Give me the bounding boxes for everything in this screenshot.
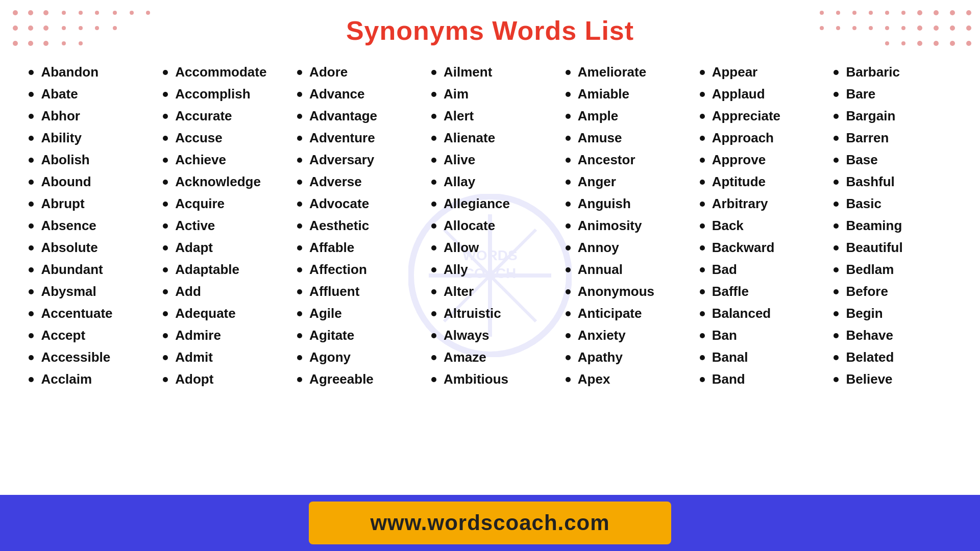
bullet-icon (29, 289, 34, 294)
bullet-icon (431, 333, 436, 338)
svg-point-45 (950, 41, 955, 46)
list-item: Approve (700, 152, 817, 168)
svg-point-27 (917, 10, 922, 15)
bullet-icon (431, 377, 436, 382)
list-item: Adversary (297, 152, 414, 168)
word-label: Annual (578, 262, 623, 278)
list-item: Band (700, 371, 817, 387)
bullet-icon (163, 333, 168, 338)
bullet-icon (29, 158, 34, 163)
bullet-icon (834, 158, 839, 163)
word-label: Bad (712, 262, 737, 278)
list-item: Accurate (163, 108, 280, 124)
bullet-icon (163, 377, 168, 382)
list-item: Applaud (700, 86, 817, 102)
word-column-col1: AbandonAbateAbhorAbilityAbolishAboundAbr… (29, 61, 146, 390)
list-item: Ample (566, 108, 683, 124)
svg-point-18 (43, 41, 48, 46)
word-label: Annoy (578, 240, 619, 256)
svg-point-12 (62, 26, 66, 30)
word-label: Behave (846, 328, 893, 343)
word-label: Ally (444, 262, 468, 278)
list-item: Anguish (566, 196, 683, 212)
word-label: Aptitude (712, 174, 766, 190)
bullet-icon (700, 377, 705, 382)
word-label: Beautiful (846, 240, 902, 256)
word-label: Accurate (175, 108, 232, 124)
bullet-icon (297, 223, 302, 229)
svg-point-17 (28, 41, 33, 46)
bullet-icon (566, 114, 571, 119)
bullet-icon (700, 355, 705, 360)
bullet-icon (834, 136, 839, 141)
list-item: Back (700, 218, 817, 234)
bullet-icon (700, 311, 705, 316)
bullet-icon (566, 333, 571, 338)
word-label: Acknowledge (175, 174, 261, 190)
bullet-icon (431, 158, 436, 163)
word-label: Advance (309, 86, 364, 102)
word-label: Accept (41, 328, 85, 343)
bullet-icon (163, 180, 168, 185)
list-item: Bedlam (834, 262, 951, 278)
list-item: Bargain (834, 108, 951, 124)
bullet-icon (29, 180, 34, 185)
bullet-icon (431, 311, 436, 316)
list-item: Appreciate (700, 108, 817, 124)
svg-point-2 (43, 10, 48, 15)
list-item: Achieve (163, 152, 280, 168)
list-item: Adventure (297, 130, 414, 146)
svg-point-10 (28, 26, 33, 31)
word-label: Ban (712, 328, 737, 343)
bullet-icon (29, 311, 34, 316)
svg-point-29 (950, 10, 955, 15)
bullet-icon (566, 355, 571, 360)
list-item: Barren (834, 130, 951, 146)
list-item: Aesthetic (297, 218, 414, 234)
bullet-icon (297, 245, 302, 251)
bullet-icon (29, 377, 34, 382)
list-item: Beautiful (834, 240, 951, 256)
list-item: Accomplish (163, 86, 280, 102)
bullet-icon (297, 202, 302, 207)
word-label: Back (712, 218, 744, 234)
bullet-icon (566, 245, 571, 251)
svg-point-28 (934, 10, 939, 15)
svg-point-3 (62, 11, 66, 15)
word-label: Allay (444, 174, 475, 190)
word-label: Accessible (41, 349, 110, 365)
bullet-icon (163, 70, 168, 75)
word-label: Alter (444, 284, 474, 299)
svg-point-7 (130, 11, 134, 15)
list-item: Anger (566, 174, 683, 190)
bullet-icon (700, 136, 705, 141)
svg-point-44 (934, 41, 939, 46)
word-column-col7: BarbaricBareBargainBarrenBaseBashfulBasi… (834, 61, 951, 390)
word-label: Applaud (712, 86, 765, 102)
list-item: Aim (431, 86, 549, 102)
svg-point-8 (146, 11, 150, 15)
bullet-icon (29, 92, 34, 97)
word-label: Accentuate (41, 306, 112, 321)
bullet-icon (834, 92, 839, 97)
svg-point-14 (95, 26, 99, 30)
word-label: Accomplish (175, 86, 250, 102)
word-label: Anxiety (578, 328, 626, 343)
word-label: Affable (309, 240, 354, 256)
bullet-icon (566, 136, 571, 141)
word-label: Active (175, 218, 215, 234)
word-label: Ailment (444, 64, 492, 80)
list-item: Adequate (163, 306, 280, 321)
word-label: Banal (712, 349, 748, 365)
list-item: Accentuate (29, 306, 146, 321)
bullet-icon (566, 377, 571, 382)
list-item: Abandon (29, 64, 146, 80)
bullet-icon (431, 355, 436, 360)
svg-point-5 (95, 11, 99, 15)
list-item: Agony (297, 349, 414, 365)
word-label: Bashful (846, 174, 894, 190)
word-label: Backward (712, 240, 775, 256)
svg-point-19 (62, 41, 66, 45)
bullet-icon (834, 245, 839, 251)
word-label: Belated (846, 349, 894, 365)
